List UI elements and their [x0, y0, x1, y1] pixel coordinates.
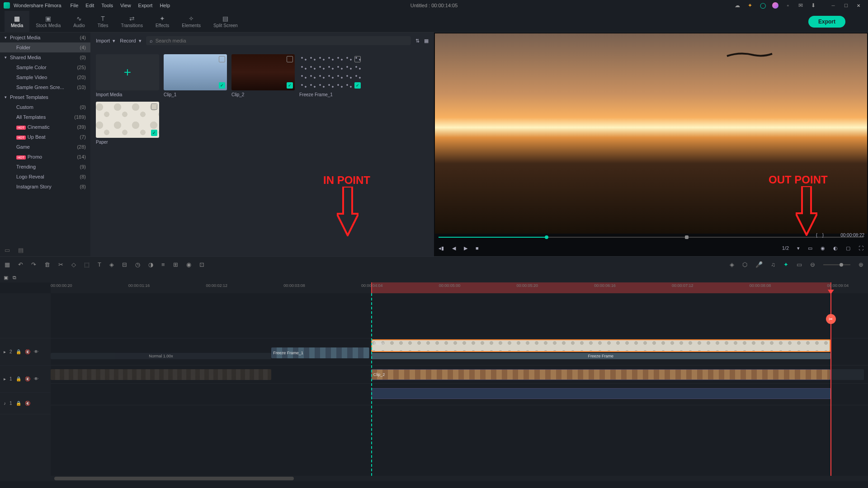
- sidebar-item[interactable]: Game(28): [0, 142, 90, 152]
- marker-icon[interactable]: ◇: [71, 261, 76, 268]
- clip-dim-v1[interactable]: [51, 369, 271, 380]
- lock-icon[interactable]: 🔒: [16, 349, 21, 354]
- sidebar-item[interactable]: ▾Preset Templates: [0, 92, 90, 102]
- sidebar-item[interactable]: HOTCinematic(39): [0, 122, 90, 132]
- redo-button[interactable]: ↷: [31, 261, 36, 268]
- sidebar-item[interactable]: Logo Reveal(8): [0, 172, 90, 182]
- stop-button[interactable]: ■: [476, 245, 479, 251]
- clip-normal[interactable]: Normal 1.00x: [51, 353, 271, 359]
- mark-out-bracket[interactable]: }: [822, 233, 824, 238]
- audio-sync-icon[interactable]: ♫: [771, 261, 775, 268]
- grid-icon[interactable]: ▦: [5, 261, 10, 268]
- preview-viewport[interactable]: [435, 33, 867, 234]
- export-button[interactable]: Export: [808, 16, 845, 28]
- display-mode-icon[interactable]: ▭: [808, 245, 812, 251]
- add-track-icon[interactable]: ▣: [4, 275, 8, 281]
- sidebar-item[interactable]: Sample Green Scre...(10): [0, 82, 90, 92]
- mark-in-bracket[interactable]: {: [816, 233, 817, 238]
- mute-icon[interactable]: 🔇: [25, 349, 30, 354]
- folder-view-icon[interactable]: ▭: [5, 247, 10, 253]
- zoom-in-button[interactable]: ⊕: [859, 261, 863, 268]
- clip-freeze-frame-label[interactable]: Freeze Frame: [371, 353, 830, 359]
- zoom-level[interactable]: 1/2: [782, 245, 789, 251]
- tab-audio[interactable]: ∿Audio: [67, 11, 91, 33]
- magnet-icon[interactable]: ⧉: [13, 275, 16, 281]
- mute-icon[interactable]: 🔇: [25, 401, 30, 406]
- sidebar-item[interactable]: ▾Project Media(4): [0, 33, 90, 42]
- speed-icon[interactable]: ⊟: [122, 261, 127, 268]
- media-item[interactable]: ✓Paper: [96, 102, 159, 145]
- clock-icon[interactable]: ◷: [135, 261, 140, 268]
- zoom-slider[interactable]: [823, 264, 850, 265]
- sparkle-icon[interactable]: ✦: [747, 2, 753, 9]
- marker2-icon[interactable]: ⬡: [742, 261, 747, 268]
- eye-icon[interactable]: 👁: [34, 376, 38, 381]
- import-dropdown[interactable]: Import▾: [96, 38, 115, 44]
- detach-icon[interactable]: ⊞: [173, 261, 178, 268]
- cloud-icon[interactable]: ☁: [734, 2, 741, 9]
- circle-icon[interactable]: ◯: [760, 2, 766, 9]
- render-icon[interactable]: ▭: [797, 261, 802, 268]
- track-area[interactable]: Paper Freeze Frame Normal 1.00x Freeze F…: [51, 293, 868, 476]
- tab-elements[interactable]: ✧Elements: [175, 11, 207, 33]
- color-icon[interactable]: ◑: [148, 261, 153, 268]
- tab-effects[interactable]: ✦Effects: [149, 11, 175, 33]
- adjust-icon[interactable]: ≡: [161, 261, 165, 268]
- timeline-scrollbar[interactable]: [0, 476, 868, 481]
- in-point-marker[interactable]: [371, 293, 372, 476]
- menu-edit[interactable]: Edit: [85, 3, 94, 8]
- keyframe-icon[interactable]: ◈: [109, 261, 114, 268]
- group-icon[interactable]: ⊡: [199, 261, 204, 268]
- menu-help[interactable]: Help: [160, 3, 170, 8]
- download-icon[interactable]: ⬇: [810, 2, 816, 9]
- clip-clip2[interactable]: Clip_2: [371, 369, 830, 380]
- tab-split-screen[interactable]: ▤Split Screen: [207, 11, 244, 33]
- tab-titles[interactable]: TTitles: [91, 11, 115, 33]
- folder-icon[interactable]: ▢: [846, 245, 850, 251]
- close-button[interactable]: ✕: [853, 1, 864, 9]
- menu-export[interactable]: Export: [138, 3, 153, 8]
- zoom-out-button[interactable]: ⊖: [810, 261, 815, 268]
- avatar-icon[interactable]: [772, 2, 778, 9]
- sidebar-item[interactable]: Sample Color(25): [0, 62, 90, 72]
- save-icon[interactable]: ▫: [785, 2, 791, 9]
- search-input[interactable]: [156, 38, 407, 43]
- video-track-2[interactable]: Paper Freeze Frame Normal 1.00x Freeze F…: [51, 338, 868, 366]
- tab-media[interactable]: ▦Media: [5, 11, 29, 33]
- menu-file[interactable]: File: [71, 3, 79, 8]
- media-item[interactable]: ✓Clip_2: [231, 54, 295, 97]
- clip-tail[interactable]: [831, 369, 864, 380]
- mute-icon[interactable]: 🔇: [25, 376, 30, 381]
- record-dropdown[interactable]: Record▾: [120, 38, 141, 44]
- prev-frame-button[interactable]: ◂▮: [439, 245, 444, 251]
- sidebar-item[interactable]: Trending(9): [0, 162, 90, 172]
- search-box[interactable]: ⌕: [146, 36, 411, 45]
- timeline-ruler[interactable]: 00:00:00:2000:00:01:1600:00:02:1200:00:0…: [51, 282, 868, 293]
- sidebar-item[interactable]: HOTPromo(14): [0, 152, 90, 162]
- grid-view-icon[interactable]: ▦: [424, 38, 429, 44]
- track-header-a1[interactable]: ♪1 🔒 🔇: [0, 393, 51, 414]
- clip-paper[interactable]: Paper: [371, 339, 830, 352]
- sidebar-item[interactable]: Folder(4): [0, 42, 90, 52]
- audio-track-1[interactable]: [51, 384, 868, 405]
- snapshot-icon[interactable]: ◉: [821, 245, 825, 251]
- sidebar-item[interactable]: All Templates(189): [0, 112, 90, 122]
- delete-button[interactable]: 🗑: [44, 261, 50, 268]
- track-header-v1[interactable]: ▸1 🔒 🔇 👁: [0, 366, 51, 393]
- tab-transitions[interactable]: ⇄Transitions: [114, 11, 149, 33]
- menu-tools[interactable]: Tools: [101, 3, 113, 8]
- fullscreen-icon[interactable]: ⛶: [859, 245, 863, 251]
- menu-view[interactable]: View: [120, 3, 131, 8]
- media-item[interactable]: ✓Clip_1: [164, 54, 227, 97]
- mixer-icon[interactable]: ◈: [730, 261, 734, 268]
- lock-icon[interactable]: 🔒: [16, 376, 21, 381]
- scrub-bar[interactable]: [439, 235, 863, 239]
- filter-icon[interactable]: ⇅: [415, 38, 420, 44]
- video-track-1[interactable]: Clip_2: [51, 366, 868, 384]
- eye-icon[interactable]: 👁: [34, 349, 38, 354]
- green-icon[interactable]: ✦: [783, 261, 788, 268]
- chevron-down-icon[interactable]: ▾: [797, 245, 800, 251]
- text-icon[interactable]: T: [98, 261, 101, 268]
- mic-icon[interactable]: 🎤: [755, 261, 763, 268]
- sidebar-item[interactable]: Instagram Story(8): [0, 182, 90, 192]
